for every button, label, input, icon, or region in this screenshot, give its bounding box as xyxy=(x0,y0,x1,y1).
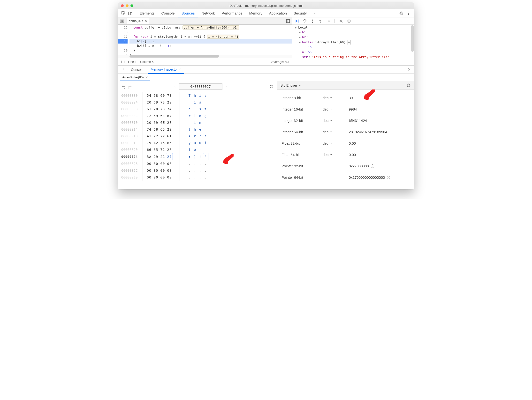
navigator-toggle-icon[interactable] xyxy=(120,19,124,23)
svg-rect-2 xyxy=(130,12,132,15)
buffer-tab-arraybuffer[interactable]: ArrayBuffer(60) ✕ xyxy=(120,74,150,81)
value-header: Big Endian xyxy=(277,81,414,90)
svg-point-14 xyxy=(329,21,330,21)
next-address-icon[interactable]: › xyxy=(223,85,229,89)
line-gutter: 15 16 17 18 19 20 21 xyxy=(118,25,129,58)
code-line xyxy=(129,30,292,34)
hex-ascii: is xyxy=(187,99,208,106)
value-format-select[interactable]: dec xyxy=(323,130,349,134)
hex-address: 0000000C xyxy=(121,112,143,119)
value-row: Float 32-bitdec0.00 xyxy=(281,138,410,149)
step-into-icon[interactable] xyxy=(310,19,315,23)
drawer-tab-memory-inspector[interactable]: Memory Inspector ✕ xyxy=(148,66,184,74)
hex-address: 00000018 xyxy=(121,133,143,140)
hex-row[interactable]: 0000001020696E20 in xyxy=(121,119,274,126)
value-result: 654311424 xyxy=(349,119,367,123)
hex-grid[interactable]: 0000000054686973This0000000420697320 is … xyxy=(121,92,274,181)
close-icon[interactable]: ✕ xyxy=(179,68,181,71)
hex-row[interactable]: 000000243A292127:)!' xyxy=(121,153,274,160)
gear-icon[interactable] xyxy=(399,11,403,15)
svg-point-4 xyxy=(408,12,409,12)
step-over-icon[interactable] xyxy=(303,19,307,23)
reveal-in-memory-icon[interactable]: ⧉ xyxy=(348,40,350,45)
hex-bytes: 00000000 xyxy=(146,160,180,167)
pause-exceptions-icon[interactable] xyxy=(347,19,351,23)
value-format-select[interactable]: dec xyxy=(323,119,349,123)
tab-performance[interactable]: Performance xyxy=(218,9,246,17)
scope-var-i: i: 40 xyxy=(294,45,412,50)
hex-row[interactable]: 0000002C00000000.... xyxy=(121,167,274,174)
run-snippet-icon[interactable] xyxy=(286,19,290,23)
value-format-select[interactable]: dec xyxy=(323,107,349,111)
drawer-close-icon[interactable]: ✕ xyxy=(406,67,412,72)
drawer-menu-icon[interactable]: ⋮ xyxy=(120,68,127,72)
tab-elements[interactable]: Elements xyxy=(136,9,158,17)
jump-to-address-icon[interactable]: → xyxy=(387,176,390,179)
svg-rect-18 xyxy=(349,20,350,22)
endian-select[interactable]: Big Endian xyxy=(281,83,301,87)
editor-statusbar: Line 18, Column 5 Coverage: n/a xyxy=(118,58,292,65)
prev-address-icon[interactable]: ‹ xyxy=(172,85,178,89)
format-icon[interactable] xyxy=(121,60,125,64)
refresh-icon[interactable] xyxy=(269,84,274,89)
value-format-select[interactable]: dec xyxy=(323,96,349,100)
hex-bytes: 79427566 xyxy=(146,140,180,146)
step-out-icon[interactable] xyxy=(318,19,322,23)
close-icon[interactable]: ✕ xyxy=(145,75,148,79)
deactivate-breakpoints-icon[interactable] xyxy=(339,19,343,23)
tab-network[interactable]: Network xyxy=(198,9,218,17)
hex-row[interactable]: 0000001841727261Arra xyxy=(121,133,274,140)
drawer-tab-console[interactable]: Console xyxy=(128,66,146,74)
svg-point-13 xyxy=(320,22,320,22)
value-format-select[interactable]: dec xyxy=(323,141,349,145)
jump-to-address-icon[interactable]: → xyxy=(371,164,374,168)
close-icon[interactable]: ✕ xyxy=(144,19,147,23)
scope-var-buffer[interactable]: ▶buffer: ArrayBuffer(60)⧉ xyxy=(294,40,412,45)
vertical-scrollbar[interactable] xyxy=(411,25,414,52)
scope-var-b1[interactable]: ▶b1: … xyxy=(294,30,412,35)
hex-row[interactable]: 0000002800000000.... xyxy=(121,160,274,167)
hex-ascii: .... xyxy=(187,174,208,181)
step-icon[interactable] xyxy=(326,19,330,23)
device-icon[interactable] xyxy=(128,11,132,15)
memory-buffer-tabs: ArrayBuffer(60) ✕ xyxy=(118,74,414,81)
horizontal-scrollbar[interactable] xyxy=(118,55,292,58)
hex-row[interactable]: 0000000420697320 is xyxy=(121,99,274,106)
address-input[interactable] xyxy=(179,83,222,90)
tab-application[interactable]: Application xyxy=(266,9,290,17)
tab-more[interactable]: » xyxy=(310,9,319,17)
file-tab-demo-js[interactable]: demo-js.js ✕ xyxy=(127,18,149,24)
hex-row[interactable]: 0000002066657220fer xyxy=(121,146,274,153)
hex-ascii: in xyxy=(187,119,208,126)
undo-icon[interactable] xyxy=(121,84,126,89)
hex-address: 00000028 xyxy=(121,160,143,167)
hex-row[interactable]: 0000001474686520the xyxy=(121,126,274,133)
hex-bytes: 74686520 xyxy=(146,126,180,133)
scope-local[interactable]: ▼Local xyxy=(294,25,412,30)
devtools-window: DevTools - memory-inspector.glitch.me/de… xyxy=(118,2,414,189)
gear-icon[interactable] xyxy=(406,83,411,88)
svg-rect-7 xyxy=(120,20,124,22)
tab-memory[interactable]: Memory xyxy=(246,9,266,17)
tab-security[interactable]: Security xyxy=(290,9,310,17)
file-tab-label: demo-js.js xyxy=(129,19,143,23)
hex-row[interactable]: 0000000C72696E67ring xyxy=(121,112,274,119)
hex-ascii: a st xyxy=(187,106,208,112)
resume-icon[interactable] xyxy=(295,19,299,23)
code-editor[interactable]: 15 16 17 18 19 20 21 const buffer = b1.b… xyxy=(118,25,292,58)
tab-console[interactable]: Console xyxy=(158,9,178,17)
value-format-select[interactable]: dec xyxy=(323,153,349,157)
kebab-icon[interactable] xyxy=(406,11,411,15)
value-result: 0x27000000 xyxy=(349,164,369,168)
scope-var-b2[interactable]: ▶b2: … xyxy=(294,35,412,40)
code-line: const buffer = b1.buffer;buffer = ArrayB… xyxy=(129,25,292,30)
hex-row[interactable]: 0000003000000000.... xyxy=(121,174,274,181)
tab-sources[interactable]: Sources xyxy=(178,9,198,17)
inspect-icon[interactable] xyxy=(121,11,126,15)
value-row: Pointer 32-bit0x27000000→ xyxy=(281,160,410,172)
hex-row[interactable]: 0000000054686973This xyxy=(121,92,274,99)
hex-bytes: 20697320 xyxy=(146,99,180,106)
redo-icon[interactable] xyxy=(128,84,132,89)
hex-row[interactable]: 0000001C79427566yBuf xyxy=(121,140,274,146)
hex-row[interactable]: 0000000861207374a st xyxy=(121,106,274,112)
